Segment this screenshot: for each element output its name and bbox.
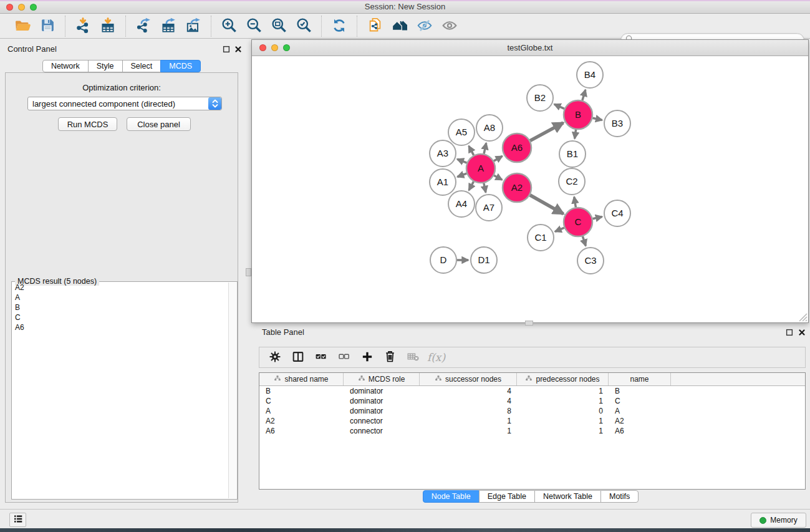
zoom-in-button[interactable] — [216, 16, 241, 37]
open-folder-button[interactable] — [10, 16, 35, 37]
table-cell[interactable]: 1 — [517, 397, 609, 405]
table-cell[interactable]: 4 — [420, 387, 517, 395]
zoom-selected-button[interactable] — [291, 16, 316, 37]
float-panel-icon[interactable] — [221, 44, 231, 54]
mcds-result-item[interactable]: B — [12, 302, 228, 312]
table-cell[interactable]: A — [259, 407, 344, 415]
graph-edge-C-C3[interactable] — [582, 236, 586, 246]
graph-node-A4[interactable]: A4 — [448, 191, 475, 217]
graph-edge-C-C2[interactable] — [574, 197, 576, 208]
graph-node-B4[interactable]: B4 — [577, 62, 603, 88]
clone-network-button[interactable] — [362, 16, 387, 37]
graph-edge-A-A1[interactable] — [458, 173, 467, 177]
import-network-button[interactable] — [70, 16, 95, 37]
graph-node-A8[interactable]: A8 — [476, 115, 503, 141]
graph-node-B3[interactable]: B3 — [604, 110, 630, 137]
column-header-shared-name[interactable]: shared name — [259, 373, 344, 385]
network-canvas[interactable]: B4B2BB3A5A8A6A3B1AA1C2A2A4A7C4CC1C3DD1 — [252, 56, 808, 322]
tab-network-table[interactable]: Network Table — [534, 490, 601, 503]
run-mcds-button[interactable]: Run MCDS — [58, 117, 117, 131]
export-image-button[interactable] — [181, 16, 206, 37]
column-header-predecessor-nodes[interactable]: predecessor nodes — [517, 373, 609, 385]
zoom-out-button[interactable] — [241, 16, 266, 37]
graph-node-C1[interactable]: C1 — [528, 225, 554, 251]
graph-edge-B-B1[interactable] — [575, 130, 576, 138]
refresh-button[interactable] — [327, 16, 352, 37]
network-graph[interactable]: B4B2BB3A5A8A6A3B1AA1C2A2A4A7C4CC1C3DD1 — [252, 56, 808, 322]
import-table-button[interactable] — [95, 16, 120, 37]
close-panel-icon[interactable] — [233, 44, 243, 54]
mcds-result-scrollbar[interactable] — [228, 283, 236, 498]
hide-details-button[interactable] — [412, 16, 437, 37]
mcds-result-item[interactable]: A2 — [12, 283, 228, 293]
graph-edge-C-C4[interactable] — [592, 216, 602, 218]
table-cell[interactable]: A — [609, 407, 671, 415]
table-cell[interactable]: dominator — [344, 397, 420, 405]
table-cell[interactable]: 1 — [517, 417, 609, 425]
graph-node-A2[interactable]: A2 — [503, 173, 531, 202]
graph-node-C4[interactable]: C4 — [604, 200, 630, 226]
graph-edge-A2-C[interactable] — [530, 195, 564, 214]
column-header-MCDS-role[interactable]: MCDS role — [344, 373, 420, 385]
graph-edge-B-B2[interactable] — [554, 104, 564, 109]
network-window-titlebar[interactable]: testGlobe.txt — [252, 40, 808, 56]
table-cell[interactable]: 0 — [517, 407, 609, 415]
tab-mcds[interactable]: MCDS — [160, 60, 201, 72]
table-cell[interactable]: 1 — [517, 387, 609, 395]
close-panel-button[interactable]: Close panel — [127, 117, 191, 131]
table-cell[interactable]: C — [609, 397, 671, 405]
table-cell[interactable]: connector — [344, 417, 420, 425]
memory-button[interactable]: Memory — [751, 513, 806, 528]
table-row[interactable]: Adominator80A — [259, 406, 805, 416]
graph-edge-B-B4[interactable] — [582, 90, 586, 100]
delete-column-button[interactable] — [378, 348, 402, 367]
node-table[interactable]: shared nameMCDS rolesuccessor nodesprede… — [259, 372, 806, 490]
home-button[interactable] — [387, 16, 412, 37]
graph-edge-C-C1[interactable] — [555, 228, 564, 231]
table-cell[interactable]: 4 — [420, 397, 517, 405]
column-header-successor-nodes[interactable]: successor nodes — [420, 373, 517, 385]
table-cell[interactable]: connector — [344, 427, 420, 435]
clear-checks-button[interactable] — [332, 348, 355, 367]
save-button[interactable] — [35, 16, 60, 37]
table-cell[interactable]: dominator — [344, 407, 420, 415]
table-cell[interactable]: B — [259, 387, 344, 395]
table-body[interactable]: Bdominator41BCdominator41CAdominator80AA… — [259, 386, 805, 436]
table-cell[interactable]: 1 — [517, 427, 609, 435]
table-cell[interactable]: 1 — [420, 427, 517, 435]
mcds-result-item[interactable]: C — [12, 312, 228, 322]
table-cell[interactable]: dominator — [344, 387, 420, 395]
graph-edge-A-A2[interactable] — [494, 175, 502, 180]
add-column-button[interactable] — [355, 348, 378, 367]
graph-node-C[interactable]: C — [564, 208, 592, 236]
graph-edge-A-A4[interactable] — [469, 181, 474, 190]
export-table-button[interactable] — [156, 16, 181, 37]
table-cell[interactable]: 8 — [420, 407, 517, 415]
splitter-handle-bottom[interactable] — [525, 321, 533, 326]
table-cell[interactable]: A6 — [609, 427, 671, 435]
tab-select[interactable]: Select — [122, 60, 162, 72]
mcds-result-item[interactable]: A — [12, 293, 228, 302]
table-row[interactable]: Bdominator41B — [259, 386, 805, 396]
graph-node-A7[interactable]: A7 — [476, 195, 502, 221]
graph-node-C3[interactable]: C3 — [577, 248, 604, 274]
graph-node-A1[interactable]: A1 — [430, 169, 456, 195]
graph-node-B[interactable]: B — [564, 100, 592, 129]
table-row[interactable]: Cdominator41C — [259, 396, 805, 406]
show-details-button[interactable] — [437, 16, 462, 37]
criterion-dropdown[interactable]: largest connected component (directed) — [27, 97, 222, 110]
graph-edge-A6-B[interactable] — [530, 123, 563, 141]
graph-edge-A-A6[interactable] — [494, 156, 503, 161]
zoom-fit-button[interactable] — [266, 16, 291, 37]
graph-node-A[interactable]: A — [466, 154, 495, 183]
resize-grip-icon[interactable] — [796, 311, 808, 322]
graph-node-A6[interactable]: A6 — [503, 133, 531, 162]
table-cell[interactable]: A6 — [259, 427, 344, 435]
tab-network[interactable]: Network — [42, 60, 89, 72]
settings-gear-button[interactable] — [263, 348, 286, 367]
graph-edge-A-A8[interactable] — [484, 143, 486, 153]
splitter-handle[interactable] — [246, 268, 251, 276]
close-table-panel-icon[interactable] — [797, 327, 807, 337]
table-cell[interactable]: B — [609, 387, 671, 395]
table-header-row[interactable]: shared nameMCDS rolesuccessor nodesprede… — [259, 373, 805, 386]
